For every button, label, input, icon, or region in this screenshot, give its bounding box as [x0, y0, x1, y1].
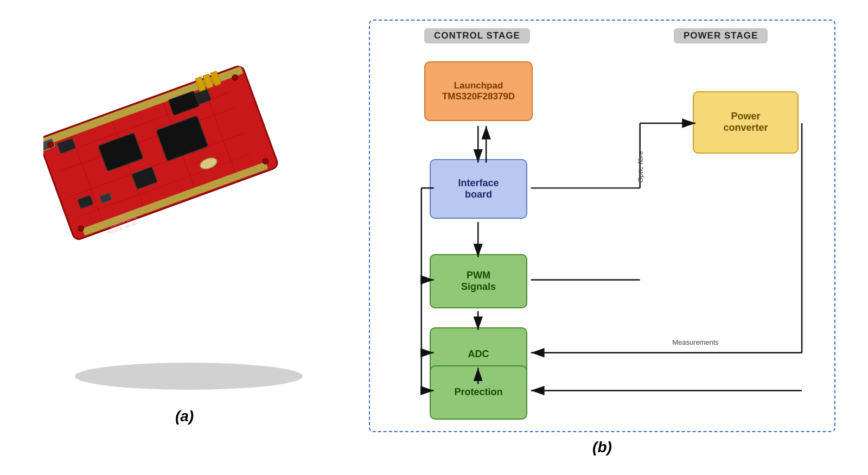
- protection-box: Protection: [430, 365, 527, 420]
- control-stage-label: CONTROL STAGE: [424, 28, 530, 43]
- interface-label: Interfaceboard: [458, 178, 499, 200]
- adc-label: ADC: [468, 349, 489, 360]
- launchpad-label: LaunchpadTMS320F28379D: [442, 80, 515, 102]
- power-stage-label: POWER STAGE: [674, 28, 768, 43]
- interface-box: Interfaceboard: [430, 159, 527, 219]
- right-panel: CONTROL STAGE POWER STAGE LaunchpadTMS32…: [363, 20, 841, 456]
- launchpad-box: LaunchpadTMS320F28379D: [424, 61, 533, 121]
- pwm-label: PWMSignals: [461, 270, 496, 293]
- left-panel: C2000 LaunchPad XL TMS328F-28379D (a): [27, 50, 342, 425]
- main-container: C2000 LaunchPad XL TMS328F-28379D (a): [11, 10, 857, 466]
- svg-text:Measurements: Measurements: [672, 338, 718, 346]
- svg-text:Optic fibre: Optic fibre: [636, 150, 644, 182]
- label-a: (a): [175, 408, 194, 425]
- label-b: (b): [592, 439, 612, 456]
- svg-point-0: [75, 363, 303, 390]
- power-converter-label: Powerconverter: [723, 111, 768, 134]
- protection-label: Protection: [454, 387, 502, 398]
- power-converter-box: Powerconverter: [693, 91, 799, 154]
- pcb-image: C2000 LaunchPad XL TMS328F-28379D: [43, 50, 326, 398]
- diagram-outer: CONTROL STAGE POWER STAGE LaunchpadTMS32…: [369, 20, 835, 432]
- svg-rect-1: [43, 65, 279, 241]
- pwm-box: PWMSignals: [430, 254, 527, 308]
